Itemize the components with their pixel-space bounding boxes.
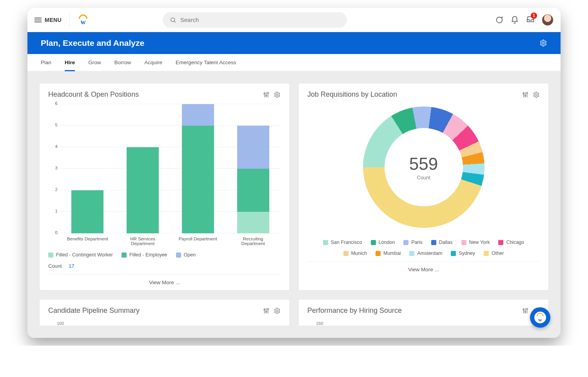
page-header: Plan, Execute and Analyze	[27, 32, 561, 54]
menu-button[interactable]: MENU	[34, 16, 62, 23]
tab-hire[interactable]: Hire	[65, 54, 75, 71]
donut-center-label: Count	[417, 175, 430, 180]
svg-point-2	[543, 42, 544, 44]
card-title: Performance by Hiring Source	[307, 307, 402, 315]
pipeline-card: Candidate Pipeline Summary 100	[39, 299, 290, 326]
svg-point-6	[276, 94, 278, 96]
headcount-card: Headcount & Open Positions 0123456 Benef…	[39, 83, 290, 290]
page-title: Plan, Execute and Analyze	[41, 38, 144, 48]
inbox-button[interactable]: 1	[526, 15, 535, 25]
global-topbar: MENU w 1	[27, 8, 561, 32]
card-title: Headcount & Open Positions	[48, 90, 139, 99]
legend-item[interactable]: London	[371, 240, 395, 245]
legend-item[interactable]: Filled - Contingent Worker	[48, 252, 113, 258]
donut-legend: San FranciscoLondonParisDallasNew YorkCh…	[307, 240, 540, 256]
legend-item[interactable]: Chicago	[498, 240, 524, 245]
divider	[69, 13, 70, 27]
legend-item[interactable]: Filled - Employee	[122, 252, 167, 258]
y-tick-label: 4	[51, 144, 58, 149]
chart-settings-icon[interactable]	[263, 91, 270, 98]
card-title: Candidate Pipeline Summary	[48, 307, 140, 315]
y-tick-label: 6	[51, 101, 58, 106]
svg-point-7	[523, 93, 524, 94]
count-label: Count	[48, 263, 62, 269]
donut-center-value: 559	[409, 154, 438, 174]
legend-item[interactable]: Dallas	[431, 240, 453, 245]
bar-segment[interactable]	[182, 104, 214, 126]
notifications-icon[interactable]	[510, 16, 519, 24]
x-axis-label: Benefits Department	[65, 236, 110, 246]
legend-item[interactable]: Paris	[403, 240, 422, 245]
requisitions-card: Job Requisitions by Location 559 Count S…	[298, 83, 549, 290]
legend-item[interactable]: Mumbai	[376, 251, 401, 256]
legend-item[interactable]: Munich	[343, 251, 367, 256]
profile-avatar[interactable]	[542, 14, 554, 26]
svg-point-3	[264, 93, 265, 94]
bar-segment[interactable]	[182, 126, 214, 233]
tab-borrow[interactable]: Borrow	[114, 54, 131, 71]
tab-grow[interactable]: Grow	[88, 54, 101, 71]
tab-bar: PlanHireGrowBorrowAcquireEmergency Talen…	[27, 54, 561, 71]
legend-item[interactable]: Amsterdam	[409, 251, 442, 256]
svg-point-11	[264, 309, 265, 310]
chart-settings-icon[interactable]	[522, 307, 529, 314]
chart-settings-icon[interactable]	[263, 307, 270, 314]
y-tick-label: 100	[48, 320, 281, 326]
count-summary: Count 17	[48, 263, 281, 269]
global-search[interactable]	[163, 12, 347, 28]
svg-point-4	[266, 95, 267, 96]
y-tick-label: 2	[51, 187, 58, 192]
chart-settings-icon[interactable]	[522, 91, 529, 98]
legend-item[interactable]: San Francisco	[323, 240, 362, 245]
legend-item[interactable]: New York	[461, 240, 490, 245]
view-more-link[interactable]: View More ...	[48, 274, 281, 290]
svg-point-0	[171, 18, 175, 22]
requisitions-donut-chart: 559 Count	[363, 106, 485, 228]
tab-emergency-talent-access[interactable]: Emergency Talent Access	[176, 54, 236, 71]
svg-point-17	[526, 308, 528, 310]
svg-point-16	[525, 311, 526, 312]
performance-card: Performance by Hiring Source 160	[298, 299, 549, 326]
svg-line-1	[174, 21, 175, 22]
svg-point-8	[525, 95, 526, 96]
bar-segment[interactable]	[71, 190, 103, 233]
assistant-fab[interactable]: w	[530, 307, 550, 328]
y-tick-label: 5	[51, 123, 58, 127]
x-axis-label: Payroll Department	[176, 236, 220, 246]
tab-acquire[interactable]: Acquire	[144, 54, 162, 71]
y-tick-label: 0	[51, 230, 58, 235]
menu-label: MENU	[45, 17, 62, 23]
legend-item[interactable]: Open	[176, 252, 196, 258]
headcount-bar-chart: 0123456 Benefits DepartmentHR Services D…	[48, 104, 281, 246]
bar-segment[interactable]	[127, 147, 159, 233]
dashboard-grid: Headcount & Open Positions 0123456 Benef…	[27, 71, 561, 338]
gear-icon[interactable]	[274, 307, 281, 314]
svg-point-12	[266, 311, 267, 312]
conversations-icon[interactable]	[495, 16, 503, 24]
gear-icon[interactable]	[274, 91, 281, 98]
gear-icon[interactable]	[533, 91, 540, 98]
count-value: 17	[69, 263, 74, 269]
legend-item[interactable]: Other	[484, 251, 504, 256]
bar-segment[interactable]	[237, 126, 269, 169]
card-title: Job Requisitions by Location	[307, 90, 397, 99]
x-axis-label: Recruiting Department	[231, 236, 275, 246]
y-tick-label: 160	[307, 320, 540, 326]
bar-chart-legend: Filled - Contingent WorkerFilled - Emplo…	[48, 252, 281, 258]
workday-logo[interactable]: w	[78, 14, 89, 25]
bar-segment[interactable]	[237, 212, 269, 233]
legend-item[interactable]: Sydney	[451, 251, 475, 256]
y-tick-label: 1	[51, 209, 58, 213]
tab-plan[interactable]: Plan	[41, 54, 51, 71]
search-input[interactable]	[180, 16, 340, 23]
x-axis-label: HR Services Department	[121, 236, 165, 246]
page-settings-icon[interactable]	[539, 39, 547, 47]
view-more-link[interactable]: View More ...	[307, 262, 540, 277]
hamburger-icon	[34, 16, 42, 23]
bar-segment[interactable]	[237, 169, 269, 212]
svg-point-14	[276, 310, 278, 312]
search-icon	[170, 16, 176, 23]
svg-point-10	[535, 94, 537, 96]
y-tick-label: 3	[51, 166, 58, 170]
svg-point-5	[267, 92, 269, 94]
